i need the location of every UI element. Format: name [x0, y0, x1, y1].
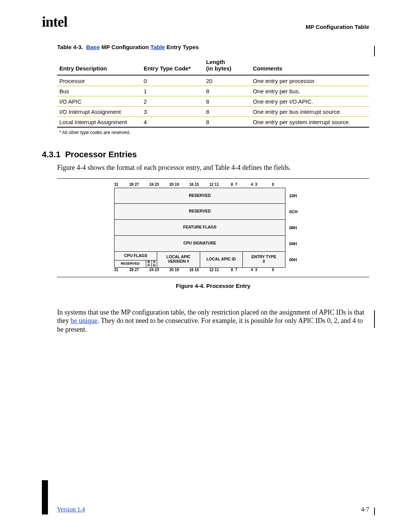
offset-label: 0CH [285, 204, 312, 220]
section-heading-num: 4.3.1 [42, 150, 61, 159]
cell-code: 1 [141, 86, 204, 96]
cell-len: 8 [204, 107, 250, 117]
format-row-0CH: RESERVED 0CH [114, 204, 312, 220]
bit-labels-top: 31 28 27 24 23 20 19 16 15 12 11 8 7 4 3… [114, 182, 274, 188]
offset-label: 04H [285, 236, 312, 252]
table-caption-text: MP Configuration [100, 44, 150, 50]
format-row-08H: FEATURE FLAGS 08H [114, 220, 312, 236]
cell-len: 8 [204, 117, 250, 128]
cell-local-apic-id: LOCAL APIC ID [200, 251, 243, 268]
link-be-unique[interactable]: be unique [71, 317, 97, 324]
cell-local-apic-version: LOCAL APIC VERSION # [157, 251, 200, 268]
bit-labels-bottom: 31 28 27 24 23 20 19 16 15 12 11 8 7 4 3… [114, 268, 274, 273]
offset-label: 10H [285, 188, 312, 204]
cell-len: 8 [204, 96, 250, 107]
cell-len: 20 [204, 75, 250, 86]
cell-code: 3 [141, 107, 204, 117]
cell-en-flag: E N [152, 260, 157, 267]
cell-desc: I/O Interrupt Assignment [57, 107, 141, 117]
cell-comment: One entry per bus. [250, 86, 369, 96]
table-header-row: Entry Description Entry Type Code* Lengt… [57, 56, 369, 75]
cell-comment: One entry per processor. [250, 75, 369, 86]
cell-cpu-flags: CPU FLAGS [115, 252, 157, 260]
entry-types-table: Entry Description Entry Type Code* Lengt… [57, 56, 369, 128]
table-caption-link-base[interactable]: Base [86, 44, 100, 50]
cell-reserved: RESERVED [114, 203, 285, 220]
cell-reserved: RESERVED [114, 188, 285, 204]
section-paragraph: Figure 4-4 shows the format of each proc… [57, 163, 369, 172]
table-footnote: * All other type codes are reserved. [57, 130, 369, 135]
header-section-title: MP Configuration Table [306, 24, 369, 30]
cell-comment: One entry per I/O APIC. [250, 96, 369, 107]
table-row: Bus 1 8 One entry per bus. [57, 86, 369, 96]
page-footer: Version 1.4 4-7 [57, 506, 369, 513]
revision-bar [374, 46, 375, 56]
cell-code: 0 [141, 75, 204, 86]
offset-label: 08H [285, 220, 312, 236]
col-description: Entry Description [57, 56, 141, 75]
cell-desc: Local Interrupt Assignment [57, 117, 141, 128]
col-comments: Comments [250, 56, 369, 75]
table-caption-label: Table 4-3. [57, 44, 83, 50]
cell-code: 4 [141, 117, 204, 128]
intel-logo: intel [42, 13, 67, 30]
footer-page-number: 4-7 [361, 506, 369, 513]
table-caption: Table 4-3. Base MP Configuration Table E… [57, 44, 369, 50]
cell-desc: Processor [57, 75, 141, 86]
table-caption-link-table[interactable]: Table [150, 44, 165, 50]
cell-bp-flag: B P [146, 260, 152, 267]
format-row-04H: CPU SIGNATURE 04H [114, 236, 312, 252]
section-heading: 4.3.1 Processor Entries [42, 150, 369, 160]
margin-marker [42, 480, 48, 514]
table-row: I/O Interrupt Assignment 3 8 One entry p… [57, 107, 369, 117]
col-length: Length (in bytes) [204, 56, 250, 75]
body-paragraph: In systems that use the MP configuration… [57, 308, 369, 334]
revision-bar [374, 508, 375, 515]
format-row-00H: CPU FLAGS RESERVED B P E N LOCAL APIC VE… [114, 252, 312, 268]
offset-label: 00H [285, 252, 312, 268]
cell-feature-flags: FEATURE FLAGS [114, 219, 285, 236]
cell-desc: I/O APIC [57, 96, 141, 107]
table-row: Local Interrupt Assignment 4 8 One entry… [57, 117, 369, 128]
cell-entry-type: ENTRY TYPE 0 [242, 251, 285, 268]
revision-bar [374, 310, 375, 328]
para-text: . They do not need to be consecutive. Fo… [57, 317, 363, 333]
table-caption-tail: Entry Types [165, 44, 199, 50]
cell-code: 2 [141, 96, 204, 107]
cell-cpu-signature: CPU SIGNATURE [114, 235, 285, 252]
table-row: Processor 0 20 One entry per processor. [57, 75, 369, 86]
table-row: I/O APIC 2 8 One entry per I/O APIC. [57, 96, 369, 107]
cell-comment: One entry per system interrupt source. [250, 117, 369, 128]
figure-wrapper: 31 28 27 24 23 20 19 16 15 12 11 8 7 4 3… [57, 178, 369, 277]
cell-comment: One entry per bus interrupt source. [250, 107, 369, 117]
section-heading-text: Processor Entries [65, 150, 137, 159]
figure-caption: Figure 4-4. Processor Entry [57, 283, 369, 289]
footer-version-link[interactable]: Version 1.4 [57, 506, 85, 513]
cell-len: 8 [204, 86, 250, 96]
cell-cpu-flags-reserved: RESERVED [115, 260, 146, 267]
cell-desc: Bus [57, 86, 141, 96]
col-type-code: Entry Type Code* [141, 56, 204, 75]
format-row-10H: RESERVED 10H [114, 188, 312, 204]
